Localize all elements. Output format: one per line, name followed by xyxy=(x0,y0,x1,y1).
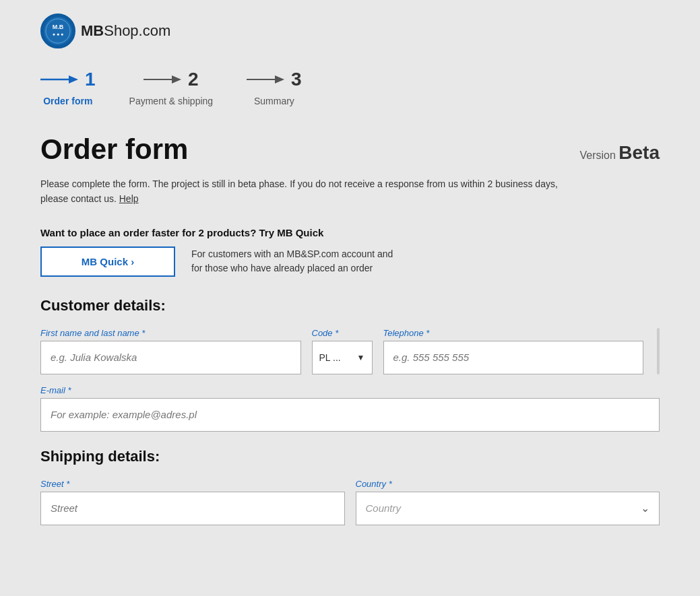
quick-order-section: Want to place an order faster for 2 prod… xyxy=(40,227,660,277)
quick-order-row: MB Quick › For customers with an MB&SP.c… xyxy=(40,246,660,277)
email-input[interactable] xyxy=(40,398,660,432)
name-group: First name and last name * xyxy=(40,328,301,374)
country-select[interactable]: Country ⌄ xyxy=(356,492,660,525)
telephone-input[interactable] xyxy=(383,341,644,374)
page-title: Order form xyxy=(40,133,188,166)
country-label: Country * xyxy=(356,479,660,489)
code-dropdown-arrow: ▼ xyxy=(357,353,365,362)
code-group: Code * PL ... ▼ xyxy=(312,328,373,374)
name-phone-row: First name and last name * Code * PL ...… xyxy=(40,328,660,374)
customer-details-section: Customer details: First name and last na… xyxy=(40,297,660,432)
shipping-details-title: Shipping details: xyxy=(40,448,660,465)
svg-point-0 xyxy=(43,16,73,46)
name-label: First name and last name * xyxy=(40,328,301,338)
quick-order-title: Want to place an order faster for 2 prod… xyxy=(40,227,660,238)
email-group: E-mail * xyxy=(40,385,660,432)
scroll-indicator xyxy=(657,328,660,374)
step-1-arrow xyxy=(40,71,81,88)
customer-details-title: Customer details: xyxy=(40,297,660,314)
country-group: Country * Country ⌄ xyxy=(356,479,660,525)
svg-marker-5 xyxy=(69,75,78,84)
country-dropdown-arrow: ⌄ xyxy=(641,502,649,515)
step-3[interactable]: 3 Summary xyxy=(247,69,302,106)
logo-area: M.B ● ● ● MBShop.com xyxy=(40,13,170,48)
logo-icon: M.B ● ● ● xyxy=(40,13,75,48)
steps-nav: 1 Order form 2 Payment & shipping xyxy=(40,69,660,106)
name-input[interactable] xyxy=(40,341,301,374)
svg-text:● ● ●: ● ● ● xyxy=(53,32,64,36)
code-select[interactable]: PL ... ▼ xyxy=(312,341,373,374)
svg-marker-7 xyxy=(172,75,181,84)
street-group: Street * xyxy=(40,479,345,525)
header: M.B ● ● ● MBShop.com xyxy=(40,13,660,48)
step-3-label: Summary xyxy=(254,96,294,106)
street-label: Street * xyxy=(40,479,345,489)
code-label: Code * xyxy=(312,328,373,338)
step-2-label: Payment & shipping xyxy=(129,96,214,106)
help-link[interactable]: Help xyxy=(119,193,139,204)
quick-order-description: For customers with an MB&SP.com account … xyxy=(191,247,393,275)
telephone-label: Telephone * xyxy=(383,328,644,338)
svg-text:M.B: M.B xyxy=(53,24,64,30)
email-row: E-mail * xyxy=(40,385,660,432)
version-label: Version Beta xyxy=(579,142,660,164)
step-2-arrow xyxy=(144,71,184,88)
page-title-section: Order form Version Beta xyxy=(40,133,660,166)
step-3-number: 3 xyxy=(291,69,302,90)
step-2-number: 2 xyxy=(188,69,199,90)
email-label: E-mail * xyxy=(40,385,660,395)
info-text: Please complete the form. The project is… xyxy=(40,176,566,207)
logo-text: MBShop.com xyxy=(81,22,170,40)
telephone-group: Telephone * xyxy=(383,328,644,374)
step-1-number: 1 xyxy=(85,69,96,90)
step-1-label: Order form xyxy=(43,96,92,106)
step-1[interactable]: 1 Order form xyxy=(40,69,96,106)
shipping-details-section: Shipping details: Street * Country * Cou… xyxy=(40,448,660,525)
step-2[interactable]: 2 Payment & shipping xyxy=(129,69,214,106)
svg-marker-9 xyxy=(275,75,284,84)
step-3-arrow xyxy=(247,71,287,88)
mb-quick-button[interactable]: MB Quick › xyxy=(40,246,175,277)
street-input[interactable] xyxy=(40,492,345,525)
shipping-row: Street * Country * Country ⌄ xyxy=(40,479,660,525)
